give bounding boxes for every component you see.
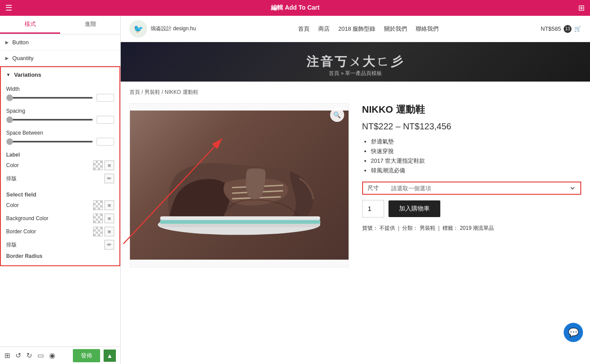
- size-select[interactable]: 請選取一個選項 S M L: [389, 185, 576, 192]
- spacing-control: [6, 116, 114, 124]
- tag-value: 2019 潮流單品: [460, 225, 494, 231]
- variations-section: ▼ Variations Width Spacing: [0, 66, 120, 266]
- select-bgcolor-list-icon[interactable]: ≡: [104, 214, 114, 223]
- select-color-list-icon[interactable]: ≡: [104, 200, 114, 210]
- variations-arrow-icon: ▼: [6, 72, 11, 77]
- select-border-color-list-icon[interactable]: ≡: [104, 227, 114, 236]
- spacing-slider[interactable]: [6, 119, 93, 121]
- space-between-label: Space Between: [6, 130, 114, 136]
- hero-breadcrumb: 首頁 » 單一產品頁模板: [329, 70, 382, 77]
- quantity-input[interactable]: 1: [362, 200, 384, 218]
- monitor-icon[interactable]: ▭: [37, 351, 44, 360]
- select-bgcolor-controls: ≡: [93, 214, 114, 223]
- bottom-toolbar: ⊞ ↺ ↻ ▭ ◉ 發佈 ▲: [0, 346, 120, 364]
- product-price: NT$222 – NT$123,456: [362, 121, 582, 132]
- section-quantity[interactable]: ▶ Quantity: [0, 50, 120, 66]
- expand-button[interactable]: ▲: [104, 350, 116, 362]
- select-border-color-controls: ≡: [93, 227, 114, 236]
- select-bgcolor-label: Background Color: [6, 215, 48, 221]
- product-breadcrumb: 首頁 / 男裝鞋 / NIKKO 運動鞋: [130, 89, 581, 96]
- width-control: [6, 94, 114, 102]
- select-color-controls: ≡: [93, 200, 114, 210]
- label-color-controls: ≡: [93, 161, 114, 170]
- editor-title: 編輯 Add To Cart: [271, 4, 320, 12]
- label-layout-controls: ✏: [104, 174, 114, 183]
- zoom-button[interactable]: 🔍: [330, 108, 344, 122]
- svg-rect-6: [160, 220, 320, 224]
- nav-about[interactable]: 關於我們: [384, 25, 407, 33]
- cart-area[interactable]: NT$585 13 🛒: [541, 25, 581, 33]
- hamburger-icon[interactable]: ☰: [5, 3, 12, 13]
- feature-1: 舒適氣墊: [371, 138, 582, 146]
- store-nav: 首頁 商店 2018 服飾型錄 關於我們 聯絡我們: [298, 25, 439, 33]
- label-color-list-icon[interactable]: ≡: [104, 161, 114, 170]
- label-layout-row: 排版 ✏: [6, 174, 114, 183]
- size-label: 尺寸: [367, 184, 389, 192]
- layers-icon[interactable]: ⊞: [4, 351, 10, 360]
- tab-advanced[interactable]: 進階: [60, 16, 120, 34]
- nav-catalog[interactable]: 2018 服飾型錄: [338, 25, 376, 33]
- product-area: 首頁 / 男裝鞋 / NIKKO 運動鞋: [121, 82, 590, 275]
- select-color-label: Color: [6, 202, 19, 208]
- space-between-slider[interactable]: [6, 141, 93, 143]
- toolbar-icons: ⊞ ↺ ↻ ▭ ◉: [4, 351, 55, 360]
- select-border-color-label: Border Color: [6, 228, 36, 235]
- refresh-icon[interactable]: ↺: [15, 351, 21, 360]
- select-border-color-swatch[interactable]: [93, 227, 103, 236]
- chat-widget[interactable]: 💬: [564, 323, 583, 342]
- spacing-slider-row: Spacing: [6, 108, 114, 124]
- add-to-cart-button[interactable]: 加入購物車: [389, 200, 440, 217]
- section-quantity-label: Quantity: [12, 55, 33, 61]
- select-layout-controls: ✏: [104, 240, 114, 250]
- store-logo: 🐦 鴿崙設計 design.hu: [130, 20, 196, 38]
- variations-header[interactable]: ▼ Variations: [1, 67, 119, 82]
- button-arrow-icon: ▶: [5, 40, 9, 45]
- shoe-illustration: [146, 122, 332, 249]
- history-icon[interactable]: ↻: [26, 351, 32, 360]
- spacing-value-input[interactable]: [97, 116, 114, 124]
- panel-tabs: 樣式 進階: [0, 16, 120, 35]
- space-between-slider-row: Space Between: [6, 130, 114, 146]
- label-subsection-title: Label: [6, 152, 114, 158]
- label-color-row: Color ≡: [6, 161, 114, 170]
- eye-icon[interactable]: ◉: [49, 351, 55, 360]
- tab-style[interactable]: 樣式: [0, 16, 60, 34]
- sku-value: 不提供: [379, 225, 395, 231]
- select-layout-label: 排版: [6, 241, 17, 249]
- select-field-title: Select field: [6, 187, 114, 200]
- product-layout: 🔍 NIKKO 運動鞋 NT$222 – NT$123,456: [130, 103, 581, 268]
- space-between-control: [6, 138, 114, 146]
- nav-shop[interactable]: 商店: [318, 25, 330, 33]
- label-layout-label: 排版: [6, 175, 17, 182]
- width-value-input[interactable]: [97, 94, 114, 102]
- grid-icon[interactable]: ⊞: [578, 3, 585, 13]
- section-button[interactable]: ▶ Button: [0, 35, 120, 50]
- nav-contact[interactable]: 聯絡我們: [416, 25, 439, 33]
- size-selector: 尺寸 請選取一個選項 S M L: [362, 182, 582, 195]
- border-radius-label: Border Radius: [6, 253, 114, 259]
- right-content: 🐦 鴿崙設計 design.hu 首頁 商店 2018 服飾型錄 關於我們 聯絡…: [121, 16, 590, 364]
- cart-icon[interactable]: 🛒: [574, 25, 581, 32]
- product-image-container: 🔍: [130, 103, 349, 268]
- width-slider[interactable]: [6, 97, 93, 99]
- store-header: 🐦 鴿崙設計 design.hu 首頁 商店 2018 服飾型錄 關於我們 聯絡…: [121, 16, 590, 42]
- space-between-value-input[interactable]: [97, 138, 114, 146]
- cart-price: NT$585: [541, 25, 561, 32]
- label-color-swatch[interactable]: [93, 161, 103, 170]
- product-image: [130, 111, 349, 260]
- width-slider-row: Width: [6, 86, 114, 102]
- select-color-swatch[interactable]: [93, 200, 103, 210]
- nav-home[interactable]: 首頁: [298, 25, 309, 33]
- category-value: 男裝鞋: [420, 225, 435, 231]
- hero-banner: 注音丂ㄨ大ㄈ彡 首頁 » 單一產品頁模板: [121, 42, 590, 82]
- select-bgcolor-swatch[interactable]: [93, 214, 103, 223]
- tag-label: 標籤：: [442, 225, 458, 231]
- label-layout-edit-icon[interactable]: ✏: [104, 174, 114, 183]
- select-layout-edit-icon[interactable]: ✏: [104, 240, 114, 250]
- variations-body: Width Spacing: [1, 82, 119, 265]
- width-label: Width: [6, 86, 114, 92]
- publish-button[interactable]: 發佈: [73, 349, 100, 362]
- feature-4: 韓風潮流必備: [371, 167, 582, 175]
- product-title: NIKKO 運動鞋: [362, 103, 582, 116]
- select-layout-row: 排版 ✏: [6, 240, 114, 250]
